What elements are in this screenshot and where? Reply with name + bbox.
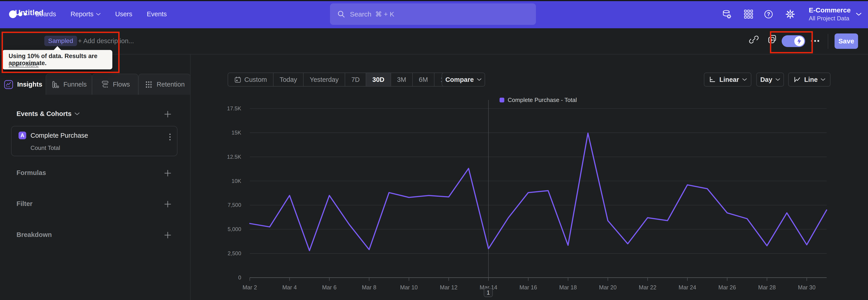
nav-item-reports[interactable]: Reports xyxy=(70,10,101,18)
tab-flows[interactable]: Flows xyxy=(92,74,138,95)
x-tick-label: Mar 2 xyxy=(243,284,257,291)
y-tick-label: 15K xyxy=(231,129,241,136)
y-tick-label: 12.5K xyxy=(227,154,241,160)
range-3m[interactable]: 3M xyxy=(391,73,412,86)
linear-axis-icon xyxy=(708,76,716,83)
chevron-down-icon xyxy=(742,78,747,81)
calendar-icon xyxy=(234,76,241,83)
toggle-knob xyxy=(794,36,804,46)
add-formula-button[interactable] xyxy=(164,169,172,177)
report-type-tabs: Insights Funnels Flows Retention xyxy=(0,74,191,95)
event-letter-badge: A xyxy=(19,131,26,139)
chevron-down-icon xyxy=(74,112,80,115)
event-card[interactable]: A Complete Purchase Count Total xyxy=(11,126,178,156)
range-6m[interactable]: 6M xyxy=(412,73,434,86)
tab-insights[interactable]: Insights xyxy=(0,74,46,95)
funnels-icon xyxy=(51,80,60,89)
x-tick-label: Mar 4 xyxy=(282,284,297,291)
section-breakdown: Breakdown xyxy=(17,231,52,239)
tab-retention[interactable]: Retention xyxy=(138,74,191,95)
x-tick-label: Mar 12 xyxy=(440,284,458,291)
search-input[interactable] xyxy=(350,10,536,18)
x-tick-label: Mar 20 xyxy=(599,284,617,291)
tooltip-arrow xyxy=(54,46,61,50)
section-filter: Filter xyxy=(17,200,33,208)
report-title[interactable]: Untitled xyxy=(15,8,43,17)
help-icon[interactable]: ? xyxy=(764,9,774,19)
chevron-down-icon xyxy=(96,13,101,16)
x-tick-label: Mar 18 xyxy=(559,284,577,291)
x-tick-label: Mar 6 xyxy=(322,284,337,291)
add-filter-button[interactable] xyxy=(164,200,172,208)
x-tick-label: Mar 22 xyxy=(639,284,656,291)
copy-link-icon[interactable] xyxy=(749,34,759,46)
chart-type-dropdown[interactable]: Line xyxy=(788,72,831,87)
data-management-icon[interactable] xyxy=(721,9,732,19)
insights-line-chart[interactable]: 02,5005,0007,50010K12.5K15K17.5KMar 2Mar… xyxy=(191,95,868,300)
top-nav: Boards Reports Users Events xyxy=(0,0,868,28)
chevron-down-icon xyxy=(856,13,862,16)
sampling-tooltip: Using 10% of data. Results are approxima… xyxy=(2,50,112,69)
divider xyxy=(828,34,828,49)
event-measure[interactable]: Count Total xyxy=(31,145,60,151)
line-chart-icon xyxy=(794,76,801,83)
sampling-toggle[interactable] xyxy=(782,35,805,47)
tab-funnels[interactable]: Funnels xyxy=(46,74,92,95)
settings-gear-icon[interactable] xyxy=(785,9,795,19)
chevron-down-icon xyxy=(821,78,825,81)
chevron-down-icon xyxy=(776,78,780,81)
x-tick-label: Mar 30 xyxy=(798,284,815,291)
global-search[interactable] xyxy=(330,3,536,25)
x-tick-label: Mar 26 xyxy=(718,284,736,291)
y-tick-label: 0 xyxy=(238,274,241,280)
insights-icon xyxy=(3,79,14,90)
y-tick-label: 5,000 xyxy=(228,226,241,232)
y-tick-label: 17.5K xyxy=(227,106,241,112)
range-today[interactable]: Today xyxy=(273,73,303,86)
page-number-button[interactable]: 1 xyxy=(484,288,493,297)
x-tick-label: Mar 16 xyxy=(520,284,537,291)
learn-more-link[interactable]: Learn More xyxy=(8,61,39,68)
nav-item-users[interactable]: Users xyxy=(115,10,132,18)
svg-text:?: ? xyxy=(767,11,770,17)
scale-dropdown[interactable]: Linear xyxy=(704,72,751,87)
add-description-field[interactable]: + Add description... xyxy=(78,37,134,45)
add-event-button[interactable] xyxy=(164,110,172,118)
x-tick-label: Mar 28 xyxy=(758,284,776,291)
granularity-dropdown[interactable]: Day xyxy=(756,72,784,87)
range-30d[interactable]: 30D xyxy=(366,73,391,86)
apps-grid-icon[interactable] xyxy=(744,9,754,19)
compare-button[interactable]: Compare xyxy=(442,72,485,87)
y-tick-label: 10K xyxy=(231,178,241,184)
y-tick-label: 2,500 xyxy=(228,250,241,257)
duplicate-icon[interactable] xyxy=(767,34,778,46)
project-scope: All Project Data xyxy=(809,15,850,22)
lightning-icon xyxy=(796,38,802,44)
add-breakdown-button[interactable] xyxy=(164,231,172,239)
save-button[interactable]: Save xyxy=(835,33,858,49)
x-tick-label: Mar 24 xyxy=(679,284,696,291)
project-name: E-Commerce xyxy=(809,6,850,14)
flows-icon xyxy=(100,80,110,89)
range-yesterday[interactable]: Yesterday xyxy=(303,73,345,86)
kebab-menu-icon[interactable] xyxy=(169,133,170,140)
section-formulas: Formulas xyxy=(17,169,46,177)
x-tick-label: Mar 10 xyxy=(400,284,418,291)
chevron-down-icon xyxy=(477,78,482,81)
project-switcher[interactable]: E-Commerce All Project Data xyxy=(809,0,862,28)
chart-line xyxy=(250,133,827,250)
retention-icon xyxy=(144,80,153,89)
event-name[interactable]: Complete Purchase xyxy=(31,132,88,139)
more-options-button[interactable] xyxy=(811,40,819,42)
range-custom[interactable]: Custom xyxy=(228,73,273,86)
y-tick-label: 7,500 xyxy=(228,202,241,208)
window-edge xyxy=(0,0,868,1)
x-tick-label: Mar 8 xyxy=(362,284,376,291)
date-range-selector: Custom Today Yesterday 7D 30D 3M 6M 12M xyxy=(228,72,460,87)
search-icon xyxy=(337,10,345,18)
nav-item-events[interactable]: Events xyxy=(147,10,167,18)
events-cohorts-heading[interactable]: Events & Cohorts xyxy=(17,110,80,118)
sampled-badge[interactable]: Sampled xyxy=(44,36,77,46)
range-7d[interactable]: 7D xyxy=(345,73,366,86)
